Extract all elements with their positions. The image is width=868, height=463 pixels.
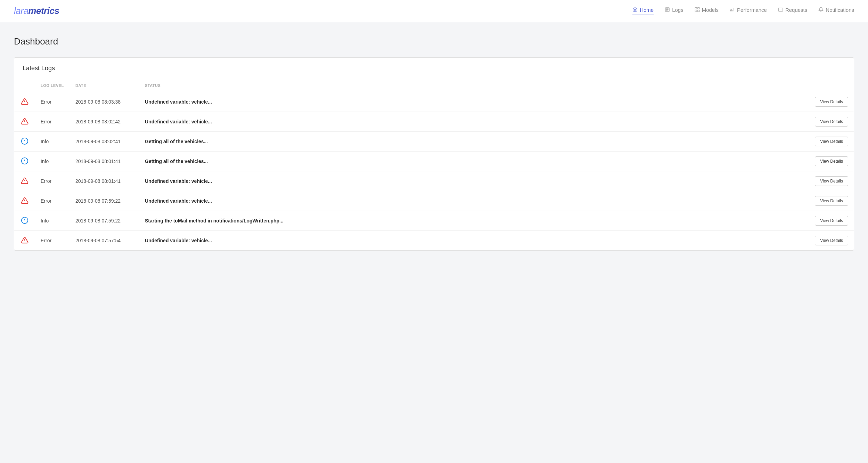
row-level: Info [35,132,70,152]
view-details-button[interactable]: View Details [815,196,848,206]
performance-icon [730,7,735,13]
table-row: Info2018-09-08 08:02:41Getting all of th… [14,132,854,152]
col-date: DATE [70,79,139,92]
error-icon [21,197,28,204]
svg-rect-5 [697,7,699,9]
view-details-button[interactable]: View Details [815,117,848,127]
view-details-button[interactable]: View Details [815,216,848,226]
nav-performance[interactable]: Performance [730,7,767,15]
row-status: Getting all of the vehicles... [139,152,690,171]
row-date: 2018-09-08 08:02:42 [70,112,139,132]
row-action: View Details [690,171,854,191]
row-status: Undefined variable: vehicle... [139,112,690,132]
row-status: Undefined variable: vehicle... [139,92,690,112]
row-level: Info [35,211,70,231]
nav-requests-label: Requests [785,7,807,13]
row-level: Error [35,231,70,251]
row-icon-cell [14,132,35,152]
table-head: LOG LEVEL DATE STATUS [14,79,854,92]
info-icon [21,157,28,165]
nav-logs-label: Logs [672,7,683,13]
table-row: Error2018-09-08 08:02:42Undefined variab… [14,112,854,132]
view-details-button[interactable]: View Details [815,236,848,245]
row-icon-cell [14,152,35,171]
logs-card-header: Latest Logs [14,58,854,79]
logo: larametrics [14,6,59,16]
table-body: Error2018-09-08 08:03:38Undefined variab… [14,92,854,251]
logs-card: Latest Logs LOG LEVEL DATE STATUS Error2… [14,57,854,251]
requests-icon [778,7,783,13]
header: larametrics Home Logs [0,0,868,22]
row-date: 2018-09-08 08:02:41 [70,132,139,152]
main-content: Dashboard Latest Logs LOG LEVEL DATE STA… [0,22,868,265]
nav-requests[interactable]: Requests [778,7,807,15]
row-level: Error [35,191,70,211]
row-icon-cell [14,171,35,191]
row-icon-cell [14,191,35,211]
row-icon-cell [14,112,35,132]
table-row: Info2018-09-08 08:01:41Getting all of th… [14,152,854,171]
table-row: Error2018-09-08 08:01:41Undefined variab… [14,171,854,191]
notifications-icon [818,7,824,13]
error-icon [21,117,28,125]
row-status: Starting the toMail method in notificati… [139,211,690,231]
row-action: View Details [690,152,854,171]
row-date: 2018-09-08 07:57:54 [70,231,139,251]
nav-logs[interactable]: Logs [665,7,683,15]
row-date: 2018-09-08 07:59:22 [70,191,139,211]
info-icon [21,137,28,145]
row-action: View Details [690,191,854,211]
row-level: Error [35,92,70,112]
row-action: View Details [690,211,854,231]
nav-notifications[interactable]: Notifications [818,7,854,15]
row-action: View Details [690,112,854,132]
view-details-button[interactable]: View Details [815,176,848,186]
row-level: Error [35,112,70,132]
svg-rect-7 [697,10,699,11]
row-date: 2018-09-08 08:01:41 [70,152,139,171]
row-level: Error [35,171,70,191]
nav-performance-label: Performance [737,7,767,13]
nav-home-label: Home [640,7,654,13]
row-date: 2018-09-08 08:01:41 [70,171,139,191]
row-action: View Details [690,132,854,152]
view-details-button[interactable]: View Details [815,156,848,166]
row-level: Info [35,152,70,171]
col-action [690,79,854,92]
row-action: View Details [690,231,854,251]
main-nav: Home Logs [632,7,854,15]
nav-models-label: Models [702,7,719,13]
nav-notifications-label: Notifications [826,7,854,13]
svg-rect-6 [695,10,697,11]
error-icon [21,177,28,185]
view-details-button[interactable]: View Details [815,97,848,107]
table-row: Error2018-09-08 07:57:54Undefined variab… [14,231,854,251]
view-details-button[interactable]: View Details [815,137,848,146]
col-status: STATUS [139,79,690,92]
logs-table: LOG LEVEL DATE STATUS Error2018-09-08 08… [14,79,854,250]
col-icon [14,79,35,92]
row-date: 2018-09-08 08:03:38 [70,92,139,112]
table-row: Error2018-09-08 08:03:38Undefined variab… [14,92,854,112]
nav-models[interactable]: Models [695,7,719,15]
row-status: Undefined variable: vehicle... [139,171,690,191]
col-level: LOG LEVEL [35,79,70,92]
models-icon [695,7,700,13]
svg-rect-12 [778,8,783,11]
row-icon-cell [14,211,35,231]
info-icon [21,217,28,224]
svg-rect-4 [695,7,697,9]
row-action: View Details [690,92,854,112]
nav-home[interactable]: Home [632,7,654,15]
error-icon [21,98,28,105]
home-icon [632,7,638,13]
row-status: Undefined variable: vehicle... [139,231,690,251]
row-icon-cell [14,231,35,251]
error-icon [21,236,28,244]
logs-icon [665,7,670,13]
logo-part2: metrics [28,6,59,16]
logo-part1: lara [14,6,28,16]
row-date: 2018-09-08 07:59:22 [70,211,139,231]
row-status: Getting all of the vehicles... [139,132,690,152]
row-icon-cell [14,92,35,112]
